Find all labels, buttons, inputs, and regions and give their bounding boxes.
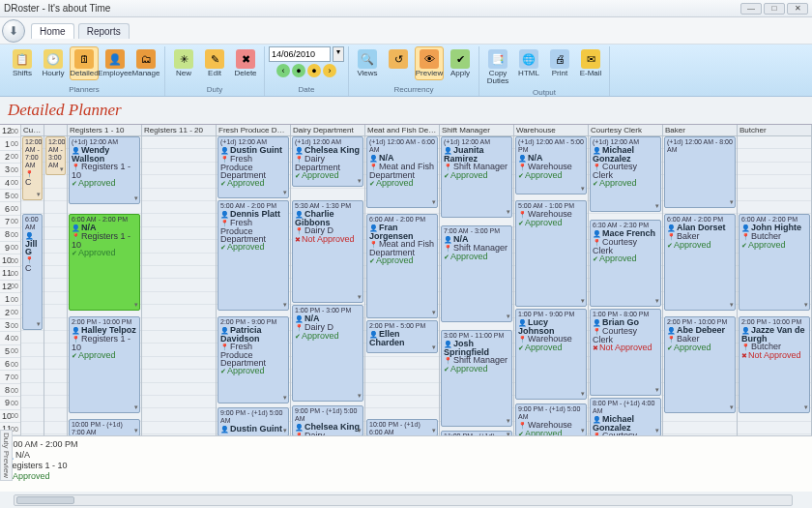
- date-nav-1[interactable]: ●: [292, 64, 305, 77]
- appointment[interactable]: (+1d) 12:00 AM👤Chelsea King📍Dairy Depart…: [292, 136, 363, 187]
- appointment[interactable]: 7:00 AM - 3:00 PM👤N/A📍Shift Manager✔Appr…: [441, 225, 512, 322]
- appointment[interactable]: 6:00 AM - 2:00 PM👤Alan Dorset📍Baker✔Appr…: [664, 214, 736, 311]
- chevron-down-icon[interactable]: ▾: [655, 297, 659, 305]
- chevron-down-icon[interactable]: ▾: [730, 301, 734, 309]
- email-button[interactable]: ✉E-Mail: [576, 46, 605, 88]
- appointment[interactable]: 12:00 AM - 3:00 AM▾: [45, 136, 66, 175]
- chevron-down-icon[interactable]: ▾: [432, 427, 436, 434]
- appointment[interactable]: 5:00 AM - 1:00 PM📍Warehouse✔Approved▾: [515, 200, 587, 307]
- appointment[interactable]: 10:00 PM - (+1d) 6:00 AM📍Meat and Fish▾: [366, 419, 438, 435]
- column-header[interactable]: Warehouse: [514, 125, 588, 136]
- appointment[interactable]: 1:00 PM - 8:00 PM👤Brian Go📍Courtesy Cler…: [590, 309, 661, 396]
- column-header[interactable]: Dairy Department: [291, 125, 364, 136]
- appointment[interactable]: 2:00 PM - 9:00 PM👤Patricia Davidson📍Fres…: [218, 316, 289, 403]
- column-header[interactable]: Courtesy Clerk: [589, 125, 662, 136]
- appointment[interactable]: 1:00 PM - 3:00 PM👤N/A📍Dairy D✔Approved▾: [292, 305, 363, 402]
- chevron-down-icon[interactable]: ▾: [581, 297, 585, 305]
- column-header[interactable]: Meat and Fish Department: [365, 125, 439, 136]
- chevron-down-icon[interactable]: ▾: [581, 390, 585, 398]
- tab-home[interactable]: Home: [31, 23, 74, 39]
- chevron-down-icon[interactable]: ▾: [581, 427, 585, 434]
- appointment[interactable]: 2:00 PM - 10:00 PM👤Abe Debeer📍Baker✔Appr…: [664, 316, 736, 413]
- new-button[interactable]: ✳New: [169, 46, 198, 80]
- chevron-down-icon[interactable]: ▾: [134, 403, 138, 411]
- reset-button[interactable]: ↺: [384, 46, 413, 80]
- appointment[interactable]: 6:00 AM - 2:00 PM👤John Highte📍Butcher✔Ap…: [739, 214, 810, 311]
- date-nav-2[interactable]: ●: [307, 64, 321, 77]
- column-header[interactable]: Fresh Produce Department: [217, 125, 290, 136]
- appointment[interactable]: 8:00 PM - (+1d) 4:00 AM👤Michael Gonzalez…: [590, 398, 661, 435]
- close-button[interactable]: ✕: [787, 3, 808, 15]
- chevron-down-icon[interactable]: ▾: [358, 427, 362, 434]
- appointment[interactable]: 2:00 PM - 10:00 PM👤Jazze Van de Burgh📍Bu…: [739, 316, 810, 413]
- appointment[interactable]: 9:00 PM - (+1d) 5:00 AM📍Warehouse✔Approv…: [515, 403, 587, 435]
- chevron-down-icon[interactable]: ▾: [730, 198, 734, 206]
- appointment[interactable]: 2:00 PM - 10:00 PM👤Halley Telpoz📍Registe…: [69, 316, 140, 413]
- appointment[interactable]: (+1d) 12:00 AM👤Michael Gonzalez📍Courtesy…: [590, 136, 661, 212]
- delete-button[interactable]: ✖Delete: [231, 46, 260, 80]
- chevron-down-icon[interactable]: ▾: [283, 427, 287, 434]
- appointment[interactable]: (+1d) 12:00 AM - 6:00 AM👤N/A📍Meat and Fi…: [366, 136, 438, 208]
- views-button[interactable]: 🔍Views: [353, 46, 382, 80]
- chevron-down-icon[interactable]: ▾: [507, 417, 510, 425]
- minimize-button[interactable]: —: [740, 3, 762, 15]
- chevron-down-icon[interactable]: ▾: [432, 198, 436, 206]
- date-input[interactable]: 14/06/2010: [269, 46, 331, 62]
- html-button[interactable]: 🌐HTML: [514, 46, 543, 88]
- apply-button[interactable]: ✔Apply: [446, 46, 475, 80]
- appointment[interactable]: 5:30 AM - 1:30 PM👤Charlie Gibbons📍Dairy …: [292, 200, 363, 303]
- detailed-button[interactable]: 🗓Detailed: [70, 46, 99, 80]
- appointment[interactable]: 5:00 AM - 2:00 PM👤Dennis Platt📍Fresh Pro…: [218, 200, 289, 311]
- preview-button[interactable]: 👁Preview: [415, 46, 444, 80]
- horizontal-scrollbar[interactable]: [14, 494, 793, 506]
- column-header[interactable]: Shift Manager: [440, 125, 513, 136]
- chevron-down-icon[interactable]: ▾: [730, 403, 734, 411]
- chevron-down-icon[interactable]: ▾: [134, 427, 138, 434]
- chevron-down-icon[interactable]: ▾: [432, 309, 436, 316]
- chevron-down-icon[interactable]: ▾: [358, 392, 362, 400]
- appointment[interactable]: 1:00 PM - 9:00 PM👤Lucy Johnson📍Warehouse…: [515, 309, 587, 400]
- column-header[interactable]: Customer Service: [21, 125, 44, 136]
- copyduties-button[interactable]: 📑Copy Duties: [483, 46, 512, 88]
- appointment[interactable]: (+1d) 12:00 AM👤Juanita Ramirez📍Shift Man…: [441, 136, 512, 218]
- chevron-down-icon[interactable]: ▾: [804, 301, 808, 309]
- employee-button[interactable]: 👤Employee: [101, 46, 130, 80]
- tab-reports[interactable]: Reports: [78, 23, 130, 39]
- chevron-down-icon[interactable]: ▾: [283, 189, 287, 196]
- appointment[interactable]: (+1d) 12:00 AM👤Wendy Wallson📍Registers 1…: [69, 136, 140, 204]
- print-button[interactable]: 🖨Print: [545, 46, 574, 88]
- chevron-down-icon[interactable]: ▾: [581, 185, 585, 193]
- chevron-down-icon[interactable]: ▾: [507, 313, 510, 320]
- column-header[interactable]: Butcher: [738, 125, 811, 136]
- date-nav-0[interactable]: ‹: [276, 64, 290, 77]
- column-header[interactable]: Registers 11 - 20: [142, 125, 216, 136]
- appointment[interactable]: 3:00 PM - 11:00 PM👤Josh Springfield📍Shif…: [441, 330, 512, 427]
- shifts-button[interactable]: 📋Shifts: [8, 46, 37, 80]
- column-header[interactable]: Baker: [663, 125, 737, 136]
- chevron-down-icon[interactable]: ▾: [507, 208, 510, 216]
- chevron-down-icon[interactable]: ▾: [507, 431, 510, 435]
- hourly-button[interactable]: 🕑Hourly: [39, 46, 68, 80]
- date-dropdown-icon[interactable]: ▾: [333, 46, 344, 62]
- chevron-down-icon[interactable]: ▾: [283, 394, 287, 402]
- appointment[interactable]: 9:00 PM - (+1d) 5:00 AM👤Dustin Guint▾: [218, 407, 289, 435]
- appointment[interactable]: (+1d) 12:00 AM👤Dustin Guint📍Fresh Produc…: [218, 136, 289, 198]
- appointment[interactable]: 6:00 AM👤Jill G📍C▾: [22, 214, 43, 330]
- chevron-down-icon[interactable]: ▾: [134, 194, 138, 202]
- appointment[interactable]: (+1d) 12:00 AM - 5:00 PM👤N/A📍Warehouse✔A…: [515, 136, 587, 194]
- date-nav-3[interactable]: ›: [323, 64, 336, 77]
- column-header[interactable]: Registers 1 - 10: [68, 125, 141, 136]
- appointment[interactable]: 6:00 AM - 2:00 PM👤Fran Jorgensen📍Meat an…: [366, 214, 438, 318]
- appointment[interactable]: 6:00 AM - 2:00 PM👤N/A📍Registers 1 - 10✔A…: [69, 214, 140, 311]
- appointment[interactable]: (+1d) 12:00 AM - 8:00 AM▾: [664, 136, 736, 208]
- appointment[interactable]: 12:00 AM - 7:00 AM📍C▾: [22, 136, 43, 200]
- column-header[interactable]: [44, 125, 67, 136]
- appointment[interactable]: 2:00 PM - 5:00 PM👤Ellen Charden▾: [366, 320, 438, 353]
- chevron-down-icon[interactable]: ▾: [37, 191, 41, 198]
- chevron-down-icon[interactable]: ▾: [60, 165, 64, 173]
- chevron-down-icon[interactable]: ▾: [655, 386, 659, 394]
- chevron-down-icon[interactable]: ▾: [655, 202, 659, 210]
- appointment[interactable]: 11:00 PM - (+1d) 7:00 AM▾: [441, 431, 512, 435]
- chevron-down-icon[interactable]: ▾: [432, 344, 436, 351]
- maximize-button[interactable]: □: [764, 3, 785, 15]
